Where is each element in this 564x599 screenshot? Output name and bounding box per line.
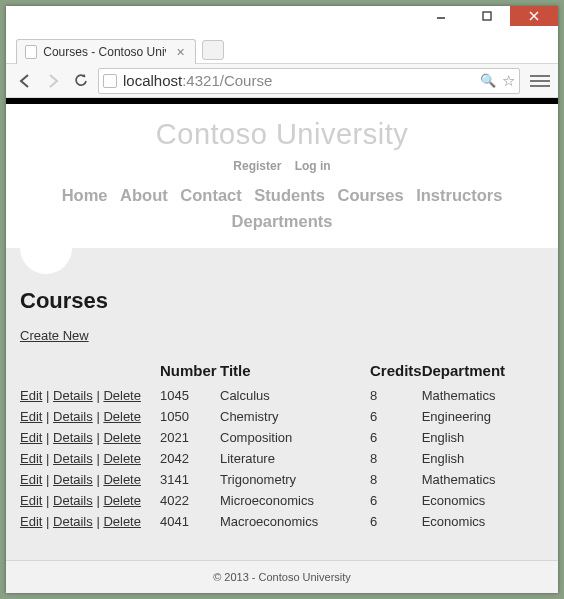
cell-number: 4022	[160, 490, 220, 511]
cell-department: Mathematics	[422, 385, 544, 406]
table-row: Edit | Details | Delete2021Composition6E…	[20, 427, 544, 448]
cell-credits: 8	[370, 469, 422, 490]
page-viewport: Contoso University Register Log in Home …	[6, 98, 558, 593]
tab-title: Courses - Contoso Univers	[43, 45, 166, 59]
url-input[interactable]: localhost:4321/Course 🔍 ☆	[98, 68, 520, 94]
delete-link[interactable]: Delete	[103, 388, 141, 403]
cell-credits: 6	[370, 406, 422, 427]
reload-button[interactable]	[70, 70, 92, 92]
details-link[interactable]: Details	[53, 514, 93, 529]
url-path: :4321/Course	[182, 72, 272, 89]
site-footer: © 2013 - Contoso University	[6, 560, 558, 593]
window-minimize-button[interactable]	[418, 6, 464, 26]
nav-students[interactable]: Students	[254, 186, 325, 204]
tab-close-icon[interactable]: ✕	[176, 46, 185, 59]
edit-link[interactable]: Edit	[20, 388, 42, 403]
cell-number: 1050	[160, 406, 220, 427]
edit-link[interactable]: Edit	[20, 514, 42, 529]
details-link[interactable]: Details	[53, 493, 93, 508]
cell-department: Economics	[422, 490, 544, 511]
cell-number: 3141	[160, 469, 220, 490]
table-row: Edit | Details | Delete4041Macroeconomic…	[20, 511, 544, 532]
table-row: Edit | Details | Delete1050Chemistry6Eng…	[20, 406, 544, 427]
login-link[interactable]: Log in	[295, 159, 331, 173]
delete-link[interactable]: Delete	[103, 451, 141, 466]
page-title: Courses	[20, 288, 544, 314]
delete-link[interactable]: Delete	[103, 409, 141, 424]
page-icon	[103, 74, 117, 88]
edit-link[interactable]: Edit	[20, 409, 42, 424]
register-link[interactable]: Register	[233, 159, 281, 173]
cell-number: 2042	[160, 448, 220, 469]
window-maximize-button[interactable]	[464, 6, 510, 26]
auth-links: Register Log in	[6, 159, 558, 173]
search-icon[interactable]: 🔍	[480, 73, 496, 88]
cell-credits: 8	[370, 448, 422, 469]
cell-number: 4041	[160, 511, 220, 532]
nav-courses[interactable]: Courses	[338, 186, 404, 204]
courses-table: Number Title Credits Department Edit | D…	[20, 362, 544, 532]
cell-department: English	[422, 427, 544, 448]
nav-contact[interactable]: Contact	[180, 186, 241, 204]
cell-title: Chemistry	[220, 406, 370, 427]
address-bar: localhost:4321/Course 🔍 ☆	[6, 64, 558, 98]
delete-link[interactable]: Delete	[103, 472, 141, 487]
new-tab-button[interactable]	[202, 40, 224, 60]
nav-home[interactable]: Home	[62, 186, 108, 204]
main-nav: Home About Contact Students Courses Inst…	[6, 183, 558, 234]
delete-link[interactable]: Delete	[103, 493, 141, 508]
nav-departments[interactable]: Departments	[232, 212, 333, 230]
details-link[interactable]: Details	[53, 472, 93, 487]
page-favicon-icon	[25, 45, 37, 59]
cell-credits: 6	[370, 427, 422, 448]
col-header-department: Department	[422, 362, 544, 385]
cell-department: English	[422, 448, 544, 469]
edit-link[interactable]: Edit	[20, 451, 42, 466]
window-close-button[interactable]	[510, 6, 558, 26]
cell-title: Composition	[220, 427, 370, 448]
browser-window: Courses - Contoso Univers ✕ localhost:43…	[6, 6, 558, 593]
cell-credits: 6	[370, 511, 422, 532]
col-header-title: Title	[220, 362, 370, 385]
nav-instructors[interactable]: Instructors	[416, 186, 502, 204]
details-link[interactable]: Details	[53, 430, 93, 445]
header-curve-decoration	[20, 222, 72, 274]
edit-link[interactable]: Edit	[20, 493, 42, 508]
edit-link[interactable]: Edit	[20, 430, 42, 445]
details-link[interactable]: Details	[53, 388, 93, 403]
table-row: Edit | Details | Delete1045Calculus8Math…	[20, 385, 544, 406]
details-link[interactable]: Details	[53, 451, 93, 466]
cell-department: Engineering	[422, 406, 544, 427]
site-brand: Contoso University	[6, 118, 558, 151]
delete-link[interactable]: Delete	[103, 514, 141, 529]
cell-department: Mathematics	[422, 469, 544, 490]
forward-button[interactable]	[42, 70, 64, 92]
cell-title: Macroeconomics	[220, 511, 370, 532]
tab-strip: Courses - Contoso Univers ✕	[6, 34, 558, 64]
browser-tab[interactable]: Courses - Contoso Univers ✕	[16, 39, 196, 64]
col-header-number: Number	[160, 362, 220, 385]
cell-number: 1045	[160, 385, 220, 406]
cell-credits: 8	[370, 385, 422, 406]
window-titlebar	[6, 6, 558, 34]
cell-title: Trigonometry	[220, 469, 370, 490]
back-button[interactable]	[14, 70, 36, 92]
cell-title: Literature	[220, 448, 370, 469]
col-header-credits: Credits	[370, 362, 422, 385]
table-row: Edit | Details | Delete4022Microeconomic…	[20, 490, 544, 511]
table-header-row: Number Title Credits Department	[20, 362, 544, 385]
bookmark-star-icon[interactable]: ☆	[502, 72, 515, 90]
details-link[interactable]: Details	[53, 409, 93, 424]
delete-link[interactable]: Delete	[103, 430, 141, 445]
table-row: Edit | Details | Delete2042Literature8En…	[20, 448, 544, 469]
create-new-link[interactable]: Create New	[20, 328, 89, 343]
cell-credits: 6	[370, 490, 422, 511]
cell-number: 2021	[160, 427, 220, 448]
cell-title: Calculus	[220, 385, 370, 406]
site-header: Contoso University Register Log in Home …	[6, 104, 558, 248]
edit-link[interactable]: Edit	[20, 472, 42, 487]
nav-about[interactable]: About	[120, 186, 168, 204]
browser-menu-button[interactable]	[530, 72, 550, 90]
svg-rect-1	[483, 12, 491, 20]
table-row: Edit | Details | Delete3141Trigonometry8…	[20, 469, 544, 490]
